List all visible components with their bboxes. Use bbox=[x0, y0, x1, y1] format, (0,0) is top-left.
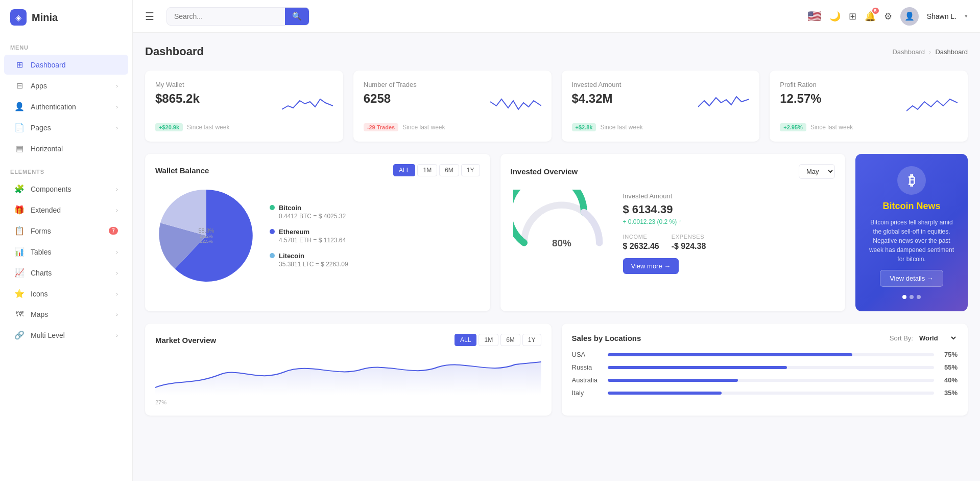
sidebar-logo: ◈ Minia bbox=[0, 0, 132, 35]
invested-since: Since last week bbox=[600, 124, 642, 131]
sidebar-label-multilevel: Multi Level bbox=[31, 331, 110, 339]
income-label: INCOME bbox=[623, 234, 659, 240]
sidebar-item-apps[interactable]: ⊟ Apps › bbox=[4, 76, 128, 96]
sidebar-label-apps: Apps bbox=[31, 82, 110, 90]
carousel-dot-3[interactable] bbox=[917, 295, 921, 299]
search-button[interactable]: 🔍 bbox=[285, 8, 309, 25]
sidebar-item-pages[interactable]: 📄 Pages › bbox=[4, 118, 128, 138]
sidebar-item-horizontal[interactable]: ▤ Horizontal bbox=[4, 139, 128, 158]
flag-icon[interactable]: 🇺🇸 bbox=[807, 10, 821, 23]
topbar-right: 🇺🇸 🌙 ⊞ 🔔 5 ⚙ 👤 Shawn L. ▾ bbox=[807, 7, 968, 26]
sidebar-item-extended[interactable]: 🎁 Extended › bbox=[4, 200, 128, 220]
profit-row: 12.57% bbox=[780, 91, 958, 117]
forms-icon: 📋 bbox=[14, 226, 25, 236]
wallet-sparkline bbox=[282, 91, 333, 117]
income-value: $ 2632.46 bbox=[623, 242, 659, 250]
market-period-1y[interactable]: 1Y bbox=[522, 334, 541, 346]
maps-arrow-icon: › bbox=[116, 311, 118, 317]
wallet-period-1y[interactable]: 1Y bbox=[461, 164, 480, 176]
bitcoin-dot bbox=[270, 205, 275, 210]
user-name[interactable]: Shawn L. bbox=[927, 12, 957, 20]
hamburger-icon[interactable]: ☰ bbox=[145, 10, 154, 22]
user-caret-icon[interactable]: ▾ bbox=[965, 13, 968, 19]
icons-arrow-icon: › bbox=[116, 291, 118, 297]
market-period-6m[interactable]: 6M bbox=[500, 334, 520, 346]
pages-icon: 📄 bbox=[14, 123, 25, 132]
sidebar-item-multilevel[interactable]: 🔗 Multi Level › bbox=[4, 325, 128, 345]
forms-badge: 7 bbox=[109, 227, 118, 235]
sidebar: ◈ Minia Menu ⊞ Dashboard ⊟ Apps › 👤 Auth… bbox=[0, 0, 133, 481]
search-box: 🔍 bbox=[166, 7, 309, 26]
ethereum-dot bbox=[270, 229, 275, 234]
sidebar-item-icons[interactable]: ⭐ Icons › bbox=[4, 284, 128, 304]
wallet-balance-title: Wallet Balance bbox=[155, 166, 209, 175]
view-details-button[interactable]: View details → bbox=[880, 270, 943, 287]
wallet-period-6m[interactable]: 6M bbox=[439, 164, 459, 176]
location-australia: Australia 40% bbox=[572, 376, 958, 384]
second-row: Wallet Balance ALL 1M 6M 1Y bbox=[145, 154, 968, 311]
invested-period-select[interactable]: May June July bbox=[799, 164, 835, 179]
sidebar-item-tables[interactable]: 📊 Tables › bbox=[4, 242, 128, 262]
market-overview-card: Market Overview ALL 1M 6M 1Y bbox=[145, 324, 552, 416]
multilevel-arrow-icon: › bbox=[116, 332, 118, 338]
legend-bitcoin: Bitcoin 0.4412 BTC = $ 4025.32 bbox=[270, 204, 348, 220]
stat-card-trades: Number of Trades 6258 -29 Trades Since l… bbox=[353, 71, 552, 142]
invested-sparkline bbox=[698, 91, 749, 117]
expenses-item: EXPENSES -$ 924.38 bbox=[672, 234, 706, 251]
location-usa-pct: 75% bbox=[939, 351, 958, 358]
settings-icon[interactable]: ⚙ bbox=[884, 11, 892, 22]
page-title: Dashboard bbox=[145, 45, 204, 58]
breadcrumb-separator: › bbox=[929, 48, 931, 56]
wallet-period-1m[interactable]: 1M bbox=[417, 164, 437, 176]
invested-overview-card: Invested Overview May June July bbox=[500, 154, 846, 311]
sidebar-label-icons: Icons bbox=[31, 290, 110, 298]
sort-select[interactable]: World Americas Europe Asia bbox=[917, 334, 958, 342]
expenses-label: EXPENSES bbox=[672, 234, 706, 240]
legend-ethereum: Ethereum 4.5701 ETH = $ 1123.64 bbox=[270, 228, 348, 244]
location-australia-bar bbox=[608, 379, 738, 382]
components-icon: 🧩 bbox=[14, 184, 25, 194]
sales-locations-card: Sales by Locations Sort By: World Americ… bbox=[562, 324, 968, 416]
sidebar-item-dashboard[interactable]: ⊞ Dashboard bbox=[4, 55, 128, 75]
sort-row: Sort By: World Americas Europe Asia bbox=[890, 334, 958, 342]
location-australia-pct: 40% bbox=[939, 376, 958, 384]
carousel-dots bbox=[902, 295, 921, 299]
wallet-value: $865.2k bbox=[155, 91, 200, 106]
view-more-button[interactable]: View more → bbox=[623, 258, 679, 274]
app-name: Minia bbox=[32, 12, 58, 24]
market-chart bbox=[155, 354, 541, 395]
notification-icon[interactable]: 🔔 5 bbox=[865, 11, 876, 22]
apps-arrow-icon: › bbox=[116, 83, 118, 89]
sidebar-item-charts[interactable]: 📈 Charts › bbox=[4, 263, 128, 283]
wallet-period-all[interactable]: ALL bbox=[393, 164, 415, 176]
market-body: 27% bbox=[155, 354, 541, 405]
dark-mode-icon[interactable]: 🌙 bbox=[829, 11, 841, 22]
sidebar-label-forms: Forms bbox=[31, 227, 103, 235]
grid-icon[interactable]: ⊞ bbox=[849, 11, 856, 22]
main-area: ☰ 🔍 🇺🇸 🌙 ⊞ 🔔 5 ⚙ 👤 Shawn L. ▾ Dashboard … bbox=[133, 0, 980, 481]
carousel-dot-1[interactable] bbox=[902, 295, 906, 299]
sidebar-label-components: Components bbox=[31, 185, 110, 193]
location-italy-bar bbox=[608, 392, 722, 395]
search-input[interactable] bbox=[167, 8, 285, 25]
bitcoin-news-card: ₿ Bitcoin News Bitcoin prices fell sharp… bbox=[855, 154, 968, 311]
market-period-1m[interactable]: 1M bbox=[479, 334, 498, 346]
sidebar-item-forms[interactable]: 📋 Forms 7 bbox=[4, 221, 128, 241]
invested-amount-value: $ 6134.39 bbox=[623, 203, 835, 216]
sidebar-item-maps[interactable]: 🗺 Maps › bbox=[4, 305, 128, 324]
breadcrumb-parent[interactable]: Dashboard bbox=[892, 48, 925, 56]
sidebar-item-authentication[interactable]: 👤 Authentication › bbox=[4, 97, 128, 117]
carousel-dot-2[interactable] bbox=[910, 295, 914, 299]
pie-legend: Bitcoin 0.4412 BTC = $ 4025.32 Ethereum … bbox=[270, 204, 348, 268]
trades-sparkline bbox=[490, 91, 541, 117]
sidebar-item-components[interactable]: 🧩 Components › bbox=[4, 179, 128, 199]
location-usa-bar bbox=[608, 353, 853, 356]
tables-arrow-icon: › bbox=[116, 249, 118, 255]
market-period-btns: ALL 1M 6M 1Y bbox=[455, 334, 541, 346]
location-australia-name: Australia bbox=[572, 376, 603, 384]
market-period-all[interactable]: ALL bbox=[455, 334, 476, 346]
wallet-footer: +$20.9k Since last week bbox=[155, 123, 333, 131]
sales-locations-title: Sales by Locations bbox=[572, 334, 641, 342]
sidebar-label-charts: Charts bbox=[31, 269, 110, 277]
stat-card-invested: Invested Amount $4.32M +$2.8k Since last… bbox=[562, 71, 760, 142]
